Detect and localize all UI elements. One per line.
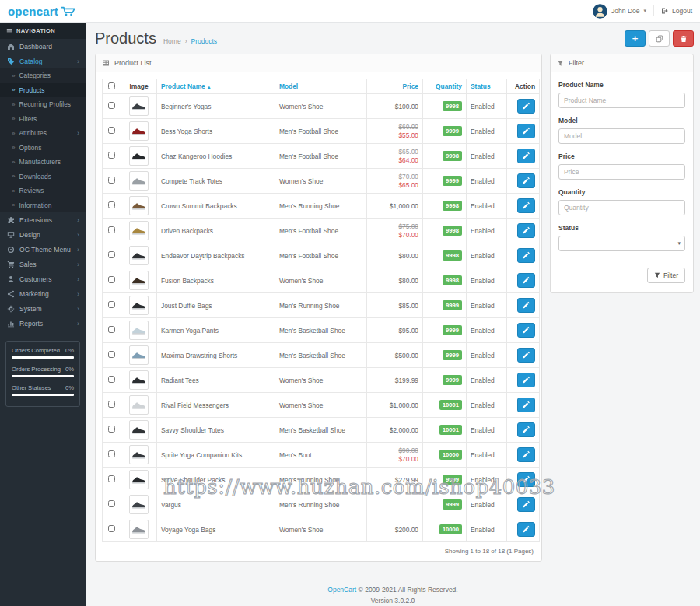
row-checkbox[interactable] <box>108 351 115 358</box>
row-checkbox[interactable] <box>108 226 115 233</box>
table-row: Sprite Yoga Companion KitsMen's Boot$90.… <box>103 443 540 468</box>
row-checkbox[interactable] <box>108 251 115 258</box>
edit-button[interactable] <box>517 348 535 363</box>
edit-button[interactable] <box>517 149 535 163</box>
sidebar-item-sales[interactable]: Sales› <box>0 257 86 271</box>
product-status: Enabled <box>471 501 495 509</box>
row-checkbox[interactable] <box>108 177 115 184</box>
opencart-footer-link[interactable]: OpenCart <box>327 586 356 594</box>
sidebar-item-manufacturers[interactable]: »Manufacturers <box>0 155 86 170</box>
chevron-right-icon: › <box>77 320 79 328</box>
user-menu[interactable]: John Doe ▾ <box>593 4 646 19</box>
pencil-icon <box>522 201 530 210</box>
old-price: $90.00 <box>371 447 418 455</box>
pencil-icon <box>522 152 530 160</box>
breadcrumb-home[interactable]: Home <box>163 37 181 45</box>
table-row: VargusMen's Running Shoe9999Enabled <box>103 492 540 517</box>
sidebar-item-reports[interactable]: Reports› <box>0 316 86 331</box>
header-checkbox-cell <box>103 79 121 94</box>
product-name: Vargus <box>161 501 181 509</box>
row-checkbox[interactable] <box>108 525 115 532</box>
filter-input-price[interactable] <box>558 164 685 180</box>
edit-button[interactable] <box>517 323 535 338</box>
edit-button[interactable] <box>517 497 535 512</box>
breadcrumb-current[interactable]: Products <box>191 37 217 45</box>
edit-button[interactable] <box>517 447 535 462</box>
product-status: Enabled <box>471 227 495 235</box>
logout-button[interactable]: Logout <box>661 7 692 15</box>
edit-button[interactable] <box>517 273 535 288</box>
sidebar-item-customers[interactable]: Customers› <box>0 271 86 286</box>
row-checkbox[interactable] <box>108 500 115 507</box>
row-checkbox[interactable] <box>108 376 115 383</box>
edit-button[interactable] <box>517 398 535 412</box>
sidebar-item-design[interactable]: Design› <box>0 227 86 242</box>
sort-link-name[interactable]: Product Name <box>161 82 205 90</box>
edit-button[interactable] <box>517 173 535 188</box>
sidebar-item-downloads[interactable]: »Downloads <box>0 170 86 184</box>
filter-input-model[interactable] <box>558 128 685 144</box>
sort-link-quantity[interactable]: Quantity <box>436 82 462 90</box>
product-name: Karmen Yoga Pants <box>161 327 219 335</box>
edit-button[interactable] <box>517 124 535 138</box>
filter-label: Price <box>558 152 685 160</box>
toolbar: + <box>625 30 694 47</box>
filter-status-select[interactable] <box>558 236 685 251</box>
quantity-badge: 9999 <box>443 499 462 510</box>
edit-button[interactable] <box>517 198 535 213</box>
sidebar-item-recurring-profiles[interactable]: »Recurring Profiles <box>0 97 86 112</box>
edit-button[interactable] <box>517 223 535 238</box>
sort-link-price[interactable]: Price <box>403 82 419 90</box>
special-price: $64.00 <box>371 156 418 165</box>
edit-button[interactable] <box>517 99 535 114</box>
sidebar-item-catalog[interactable]: Catalog› <box>0 54 86 68</box>
logo-text: opencart <box>8 5 58 18</box>
row-checkbox[interactable] <box>108 426 115 433</box>
filter-input-product-name[interactable] <box>558 93 685 108</box>
sidebar-item-label: Extensions <box>19 216 52 224</box>
sidebar-item-attributes[interactable]: »Attributes› <box>0 126 86 141</box>
sort-link-model[interactable]: Model <box>279 82 298 90</box>
edit-button[interactable] <box>517 522 535 537</box>
edit-button[interactable] <box>517 298 535 313</box>
copy-button[interactable] <box>649 30 670 47</box>
sidebar-item-dashboard[interactable]: Dashboard <box>0 39 86 54</box>
edit-button[interactable] <box>517 248 535 263</box>
column-header-price: Price <box>367 79 423 94</box>
edit-button[interactable] <box>517 472 535 487</box>
sort-link-status[interactable]: Status <box>471 82 491 90</box>
special-price: $70.00 <box>371 455 418 464</box>
sidebar-item-reviews[interactable]: »Reviews <box>0 184 86 198</box>
select-all-checkbox[interactable] <box>108 82 115 89</box>
row-checkbox[interactable] <box>108 102 115 109</box>
table-row: Voyage Yoga BagsWomen's Shoe$200.0010000… <box>103 517 540 542</box>
sidebar-item-oc-theme-menu[interactable]: OC Theme Menu› <box>0 242 86 257</box>
sidebar-item-label: Sales <box>19 261 37 268</box>
row-checkbox[interactable] <box>108 201 115 208</box>
sidebar-item-information[interactable]: »Information <box>0 198 86 213</box>
sidebar-item-products[interactable]: »Products <box>0 83 86 98</box>
sidebar-item-options[interactable]: »Options <box>0 141 86 156</box>
row-checkbox[interactable] <box>108 127 115 134</box>
edit-button[interactable] <box>517 422 535 437</box>
sidebar-item-marketing[interactable]: Marketing› <box>0 286 86 301</box>
quantity-badge: 9999 <box>443 300 462 310</box>
sidebar-item-filters[interactable]: »Filters <box>0 112 86 127</box>
sidebar-item-extensions[interactable]: Extensions› <box>0 212 86 227</box>
product-status: Enabled <box>471 476 495 484</box>
row-checkbox[interactable] <box>108 276 115 283</box>
row-checkbox[interactable] <box>108 152 115 159</box>
delete-button[interactable] <box>673 30 694 47</box>
row-checkbox[interactable] <box>108 450 115 457</box>
product-model: Men's Boot <box>279 451 312 459</box>
row-checkbox[interactable] <box>108 301 115 308</box>
sidebar-item-categories[interactable]: »Categories <box>0 68 86 83</box>
row-checkbox[interactable] <box>108 475 115 482</box>
row-checkbox[interactable] <box>108 326 115 333</box>
filter-button[interactable]: Filter <box>647 268 685 283</box>
edit-button[interactable] <box>517 373 535 387</box>
add-new-button[interactable]: + <box>625 30 646 47</box>
row-checkbox[interactable] <box>108 401 115 408</box>
sidebar-item-system[interactable]: System› <box>0 301 86 316</box>
filter-input-quantity[interactable] <box>558 200 685 215</box>
